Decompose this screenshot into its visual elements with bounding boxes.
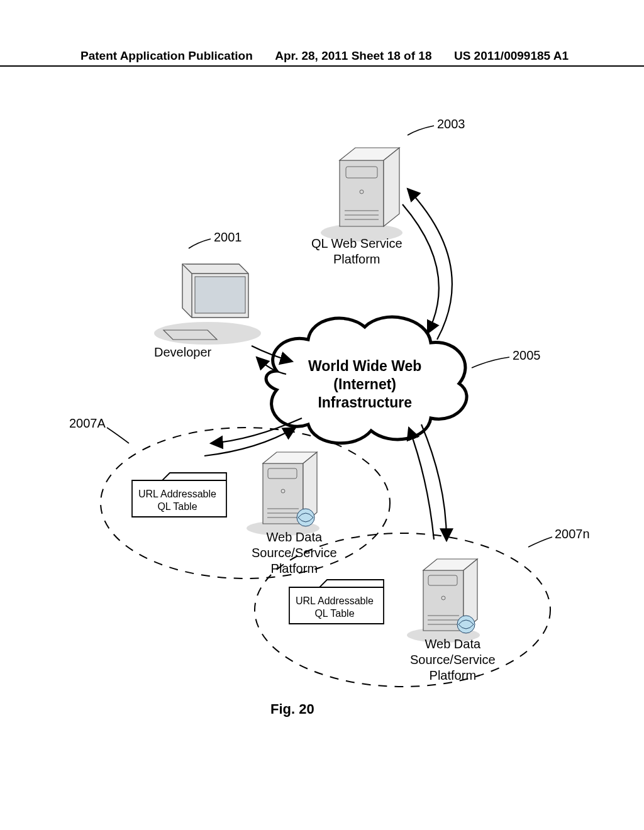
arrow-ql-to-cloud xyxy=(402,204,439,333)
label-web-data-n: Web Data Source/Service Platform xyxy=(410,636,496,683)
label-url-table-n: URL Addressable QL Table xyxy=(296,595,374,620)
lead-2005 xyxy=(472,357,509,368)
page: Patent Application Publication Apr. 28, … xyxy=(0,0,644,830)
diagram-canvas: 2003 2001 2005 2007A 2007n Developer QL … xyxy=(63,107,579,692)
lead-2007a xyxy=(107,428,129,443)
label-cloud: World Wide Web (Internet) Infrastructure xyxy=(308,357,421,411)
label-web-data-a: Web Data Source/Service Platform xyxy=(252,529,337,577)
ref-2001: 2001 xyxy=(214,230,242,245)
header-mid: Apr. 28, 2011 Sheet 18 of 18 xyxy=(275,49,431,63)
developer-icon xyxy=(154,264,261,345)
header-row: Patent Application Publication Apr. 28, … xyxy=(0,49,644,63)
lead-2003 xyxy=(408,126,434,135)
arrow-cloud-to-ql xyxy=(408,189,452,340)
svg-point-14 xyxy=(297,509,314,526)
ref-2007a: 2007A xyxy=(69,416,106,431)
page-header: Patent Application Publication Apr. 28, … xyxy=(0,49,644,67)
ref-2003: 2003 xyxy=(437,117,465,131)
lead-2001 xyxy=(189,239,211,248)
header-right: US 2011/0099185 A1 xyxy=(454,49,569,63)
server-2003-icon xyxy=(321,148,402,241)
header-left: Patent Application Publication xyxy=(80,49,253,63)
server-2007a-icon xyxy=(247,452,319,536)
lead-2007n xyxy=(528,537,552,547)
arrow-a-to-cloud xyxy=(204,428,296,456)
figure-title: Fig. 20 xyxy=(270,701,314,717)
ref-2007n: 2007n xyxy=(555,527,590,541)
ref-2005: 2005 xyxy=(513,348,541,363)
label-ql-web-service: QL Web Service Platform xyxy=(311,236,402,267)
arrow-n-to-cloud xyxy=(409,428,434,540)
label-url-table-a: URL Addressable QL Table xyxy=(138,488,216,513)
server-2007n-icon xyxy=(407,559,480,643)
svg-rect-7 xyxy=(195,277,245,313)
label-developer: Developer xyxy=(154,345,211,360)
svg-point-21 xyxy=(457,616,475,633)
